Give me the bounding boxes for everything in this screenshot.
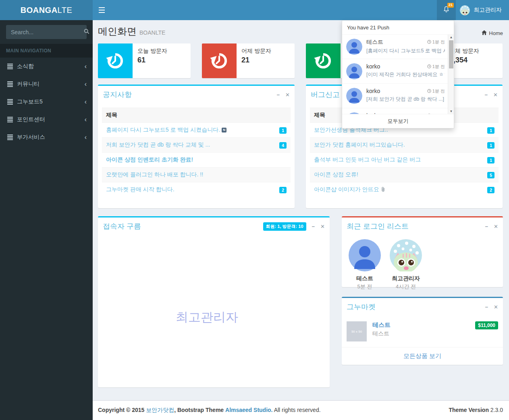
login-user[interactable]: 테스트 5분 전 xyxy=(347,239,383,290)
notice-panel: 공지사항 − ✕ 제목 홈페이지 다시 그누보드5 로 백업 시켰습니다.N 1 xyxy=(98,85,295,208)
close-icon[interactable]: ✕ xyxy=(493,92,498,97)
top-navbar: 21 최고관리자 xyxy=(93,0,509,20)
product-link[interactable]: 테스트 xyxy=(372,321,391,329)
notification-sender: korko xyxy=(366,63,380,70)
comment-count-badge: 2 xyxy=(487,187,494,193)
site-link[interactable]: 보안가닷컴 xyxy=(146,407,174,413)
chevron-left-icon: ‹ xyxy=(85,116,87,123)
notification-message: [저희 보안가 닷컴 곧 db 랑 싹다 ...] 에 xyxy=(366,96,445,103)
market-panel: 그누마켓 − ✕ 50 x 50 테스트 테스트 $11,000 모든상품 보기 xyxy=(342,297,503,365)
notification-sender: korko xyxy=(366,88,380,94)
collapse-icon[interactable]: − xyxy=(485,224,488,229)
notice-panel-title: 공지사항 xyxy=(103,90,132,99)
notification-sender: korko xyxy=(366,112,380,114)
chevron-left-icon: ‹ xyxy=(85,63,87,70)
login-user[interactable]: 최고관리자 4시간 전 xyxy=(388,239,424,290)
chevron-left-icon: ‹ xyxy=(85,134,87,141)
collapse-icon[interactable]: − xyxy=(312,224,315,229)
search-input[interactable] xyxy=(11,29,84,35)
table-row: 아이콘 상점 인벤토리 초기화 완료! xyxy=(102,153,291,168)
column-header: 제목 xyxy=(102,108,273,123)
bug-link[interactable]: 아이콘 상점 오류! xyxy=(314,171,358,178)
notification-item[interactable]: korko 1분 전 [이미 제작은 거희다 된상태에요 ㅎㅎ . xyxy=(342,59,454,84)
view-all-notifications-link[interactable]: 모두보기 xyxy=(342,114,454,128)
notice-link[interactable]: 아이콘 상점 인벤토리 초기화 완료! xyxy=(106,156,193,163)
collapse-icon[interactable]: − xyxy=(485,92,488,97)
dropdown-scrollbar[interactable]: ▲ ▼ xyxy=(448,35,454,114)
close-icon[interactable]: ✕ xyxy=(285,92,290,97)
page-title: 메인화면BOANLTE xyxy=(98,25,165,38)
scrollbar-thumb[interactable] xyxy=(449,40,453,68)
bug-link[interactable]: 아이콘샵 이미지가 안뜨요 xyxy=(314,186,379,192)
comment-count-badge: 5 xyxy=(487,172,494,178)
page-subtitle: BOANLTE xyxy=(139,29,165,36)
avatar xyxy=(390,266,422,273)
notice-link[interactable]: 그누마켓 판매 시작 합니다. xyxy=(106,186,175,192)
theme-version: Theme Version 2.3.0 xyxy=(449,407,503,420)
user-menu-button[interactable]: 최고관리자 xyxy=(456,0,509,20)
login-user-name: 테스트 xyxy=(347,275,383,282)
login-user-time: 5분 전 xyxy=(347,283,383,290)
notification-time: 1분 전 xyxy=(432,88,445,94)
table-row: 그누마켓 판매 시작 합니다. 2 xyxy=(102,182,291,197)
comment-count-badge: 1 xyxy=(487,127,494,134)
comment-count-badge: 1 xyxy=(487,142,494,149)
list-icon xyxy=(7,134,13,140)
bug-link[interactable]: 보안가 닷컴 홈페이지 버그있습니다. xyxy=(314,141,405,148)
collapse-icon[interactable]: − xyxy=(485,304,488,310)
close-icon[interactable]: ✕ xyxy=(320,224,325,229)
sidebar-item-extras[interactable]: 부가서비스 ‹ xyxy=(0,128,93,146)
avatar xyxy=(346,63,362,79)
scroll-up-icon[interactable]: ▲ xyxy=(448,35,454,40)
notice-link[interactable]: 저희 보안가 닷컴 곧 db 랑 싹다 교체 및 ... xyxy=(106,141,210,148)
sidebar-item-news[interactable]: 소식함 ‹ xyxy=(0,58,93,75)
sidebar-search xyxy=(6,25,87,39)
search-icon[interactable] xyxy=(84,29,89,35)
sidebar-item-pointcenter[interactable]: 포인트센터 ‹ xyxy=(0,111,93,128)
view-all-products-link[interactable]: 모든상품 보기 xyxy=(403,352,441,359)
history-icon xyxy=(98,43,133,78)
table-row: 저희 보안가 닷컴 곧 db 랑 싹다 교체 및 ... 4 xyxy=(102,138,291,153)
avatar xyxy=(349,266,381,273)
visitors-count-badge: 회원: 1, 방문객: 10 xyxy=(263,222,306,231)
product-item: 50 x 50 테스트 테스트 $11,000 xyxy=(342,316,503,347)
sidebar-toggle-button[interactable] xyxy=(93,0,111,20)
close-icon[interactable]: ✕ xyxy=(494,304,498,310)
logo-bold: BOANGA xyxy=(21,6,58,14)
info-box-label: 어제 방문자 xyxy=(241,48,271,55)
price-badge: $11,000 xyxy=(475,321,498,329)
sidebar-item-label: 소식함 xyxy=(17,63,34,70)
comment-count-badge: 4 xyxy=(279,142,287,149)
close-icon[interactable]: ✕ xyxy=(494,224,498,229)
table-row: 홈페이지 다시 그누보드5 로 백업 시켰습니다.N 1 xyxy=(102,123,291,138)
breadcrumb[interactable]: Home xyxy=(482,30,503,38)
sidebar-item-gnuboard5[interactable]: 그누보드5 ‹ xyxy=(0,93,93,111)
login-user-time: 4시간 전 xyxy=(388,283,424,290)
comment-count-badge: 2 xyxy=(279,187,287,193)
app-logo[interactable]: BOANGALTE xyxy=(0,0,93,20)
collapse-icon[interactable]: − xyxy=(277,92,280,97)
sidebar-nav-header: MAIN NAVIGATION xyxy=(0,44,93,58)
cloud-user-link[interactable]: 최고관리자 xyxy=(176,309,238,326)
bug-panel-title: 버그신고 xyxy=(311,90,340,99)
bug-link[interactable]: 출석부 버그 인듯 버그 아닌 버그 같은 버그 xyxy=(314,156,421,163)
scroll-down-icon[interactable]: ▼ xyxy=(448,109,454,114)
notification-dropdown-header: You have 21 Push xyxy=(342,21,454,35)
studio-link[interactable]: Almsaeed Studio. xyxy=(225,407,272,413)
notification-item[interactable]: korko 1분 전 [저희 보안가 닷컴 곧 db 랑 싹다 ...] 에 xyxy=(342,84,454,108)
notice-link[interactable]: 홈페이지 다시 그누보드5 로 백업 시켰습니다. xyxy=(106,126,220,133)
notice-link[interactable]: 오랫만에 플러그인 하나 배포 합니다. !! xyxy=(106,171,203,178)
sidebar: MAIN NAVIGATION 소식함 ‹ 커뮤니티 ‹ 그누보드5 ‹ 포인트… xyxy=(0,20,93,420)
visitors-cloud-panel: 접속자 구름 회원: 1, 방문객: 10 − ✕ 최고관리자 xyxy=(98,216,330,387)
new-post-icon: N xyxy=(222,128,226,132)
chevron-left-icon: ‹ xyxy=(85,99,87,105)
notifications-button[interactable]: 21 xyxy=(437,0,456,20)
sidebar-item-community[interactable]: 커뮤니티 ‹ xyxy=(0,75,93,93)
chevron-left-icon: ‹ xyxy=(85,81,87,87)
notification-item[interactable]: korko 1분 전 xyxy=(342,108,454,114)
sidebar-item-label: 포인트센터 xyxy=(17,116,45,123)
notification-time: 1분 전 xyxy=(432,113,445,114)
notification-item[interactable]: 테스트 1분 전 [홈페이지 다시 그누보드5 로 백업 시... xyxy=(342,35,454,59)
history-icon xyxy=(306,43,341,78)
visitors-cloud-body: 최고관리자 xyxy=(98,235,330,387)
